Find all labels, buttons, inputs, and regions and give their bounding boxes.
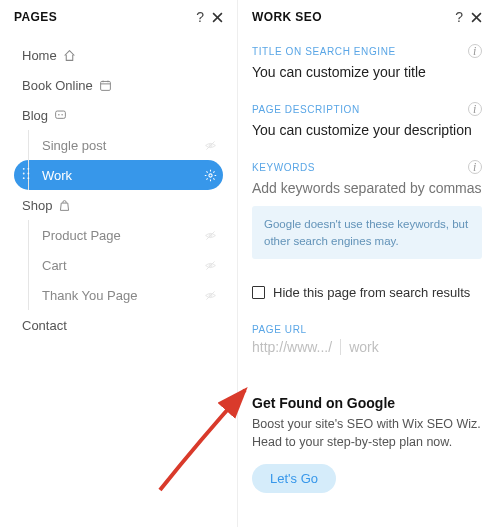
title-field: TITLE ON SEARCH ENGINE i xyxy=(252,44,482,82)
svg-rect-0 xyxy=(100,81,110,90)
page-label: Cart xyxy=(42,258,204,273)
svg-point-7 xyxy=(23,173,25,175)
page-label: Thank You Page xyxy=(42,288,204,303)
hide-label: Hide this page from search results xyxy=(273,285,470,300)
home-icon xyxy=(63,49,76,62)
pages-tree: HomeBook OnlineBlogSingle postWorkShopPr… xyxy=(14,40,223,340)
page-item-shop[interactable]: Shop xyxy=(14,190,223,220)
url-separator xyxy=(340,339,341,355)
close-icon[interactable] xyxy=(212,12,223,23)
checkbox-box[interactable] xyxy=(252,286,265,299)
url-row: http://www.../ work xyxy=(252,339,482,355)
cta-description: Boost your site's SEO with Wix SEO Wiz. … xyxy=(252,415,482,451)
title-label-row: TITLE ON SEARCH ENGINE i xyxy=(252,44,482,58)
bubble-icon xyxy=(54,109,67,122)
page-label: Product Page xyxy=(42,228,204,243)
info-icon[interactable]: i xyxy=(468,160,482,174)
page-label: Contact xyxy=(22,318,217,333)
seo-cta-block: Get Found on Google Boost your site's SE… xyxy=(252,395,482,492)
svg-point-5 xyxy=(23,168,25,170)
page-item-work[interactable]: Work xyxy=(14,160,223,190)
page-item-book-online[interactable]: Book Online xyxy=(14,70,223,100)
title-label: TITLE ON SEARCH ENGINE xyxy=(252,46,468,57)
page-item-blog[interactable]: Blog xyxy=(14,100,223,130)
seo-header: WORK SEO ? xyxy=(252,10,482,36)
svg-point-6 xyxy=(27,168,29,170)
settings-icon[interactable] xyxy=(204,169,217,182)
svg-point-3 xyxy=(61,113,62,114)
svg-rect-1 xyxy=(56,111,66,118)
svg-point-10 xyxy=(27,177,29,179)
hidden-icon xyxy=(204,229,217,242)
pages-header: PAGES ? xyxy=(14,10,223,36)
keywords-label-row: KEYWORDS i xyxy=(252,160,482,174)
description-field: PAGE DESCRIPTION i xyxy=(252,102,482,140)
page-item-thank-you-page[interactable]: Thank You Page xyxy=(14,280,223,310)
url-label: PAGE URL xyxy=(252,324,482,335)
svg-point-11 xyxy=(209,173,212,176)
keywords-input[interactable] xyxy=(252,178,482,198)
keywords-field: KEYWORDS i Google doesn't use these keyw… xyxy=(252,160,482,259)
page-item-cart[interactable]: Cart xyxy=(14,250,223,280)
url-slug[interactable]: work xyxy=(349,339,379,355)
svg-point-9 xyxy=(23,177,25,179)
hidden-icon xyxy=(204,259,217,272)
page-label: Home xyxy=(22,48,57,63)
help-icon[interactable]: ? xyxy=(196,10,204,24)
close-icon[interactable] xyxy=(471,12,482,23)
page-label: Shop xyxy=(22,198,52,213)
svg-point-2 xyxy=(58,113,59,114)
pages-title: PAGES xyxy=(14,10,188,24)
hidden-icon xyxy=(204,289,217,302)
cta-title: Get Found on Google xyxy=(252,395,482,411)
svg-point-8 xyxy=(27,173,29,175)
page-url-field: PAGE URL http://www.../ work xyxy=(252,324,482,355)
help-icon[interactable]: ? xyxy=(455,10,463,24)
page-item-home[interactable]: Home xyxy=(14,40,223,70)
url-label-row: PAGE URL xyxy=(252,324,482,335)
info-icon[interactable]: i xyxy=(468,102,482,116)
page-label: Single post xyxy=(42,138,204,153)
title-input[interactable] xyxy=(252,62,482,82)
info-icon[interactable]: i xyxy=(468,44,482,58)
description-label: PAGE DESCRIPTION xyxy=(252,104,468,115)
description-label-row: PAGE DESCRIPTION i xyxy=(252,102,482,116)
seo-title: WORK SEO xyxy=(252,10,447,24)
url-prefix: http://www.../ xyxy=(252,339,332,355)
hide-from-search-checkbox[interactable]: Hide this page from search results xyxy=(252,285,482,300)
calendar-icon xyxy=(99,79,112,92)
page-item-single-post[interactable]: Single post xyxy=(14,130,223,160)
bag-icon xyxy=(58,199,71,212)
keywords-label: KEYWORDS xyxy=(252,162,468,173)
hidden-icon xyxy=(204,139,217,152)
keywords-note: Google doesn't use these keywords, but o… xyxy=(252,206,482,259)
page-item-product-page[interactable]: Product Page xyxy=(14,220,223,250)
page-label: Blog xyxy=(22,108,48,123)
page-item-contact[interactable]: Contact xyxy=(14,310,223,340)
page-label: Work xyxy=(42,168,204,183)
page-label: Book Online xyxy=(22,78,93,93)
drag-handle-icon[interactable] xyxy=(20,167,33,183)
description-input[interactable] xyxy=(252,120,482,140)
pages-panel: PAGES ? HomeBook OnlineBlogSingle postWo… xyxy=(0,0,238,527)
seo-panel: WORK SEO ? TITLE ON SEARCH ENGINE i PAGE… xyxy=(238,0,500,527)
lets-go-button[interactable]: Let's Go xyxy=(252,464,336,493)
